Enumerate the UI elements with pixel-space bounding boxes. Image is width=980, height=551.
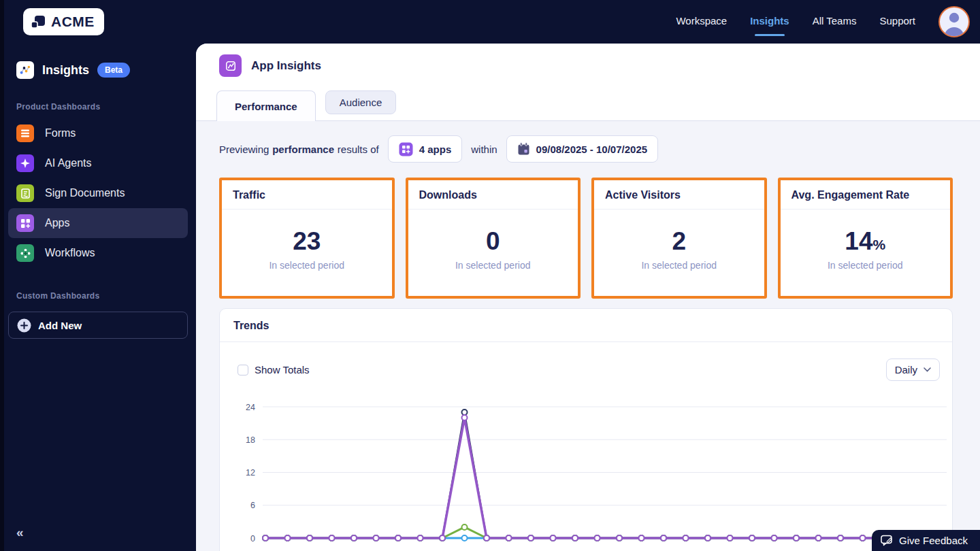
app-insights-icon (219, 54, 242, 77)
ai-agents-icon (16, 154, 34, 172)
beta-badge: Beta (97, 63, 130, 78)
metric-cards: Traffic 23 In selected period Downloads … (219, 178, 953, 299)
calendar-icon (517, 142, 530, 156)
main-content: App Insights Performance Audience Previe… (196, 44, 980, 551)
sidebar-item-ai-agents[interactable]: AI Agents (0, 148, 188, 178)
filter-connector: within (471, 144, 497, 155)
sidebar-item-label: Apps (45, 217, 69, 229)
workflows-icon (16, 244, 34, 262)
user-avatar[interactable] (938, 6, 970, 37)
metric-card-traffic: Traffic 23 In selected period (219, 178, 395, 299)
sidebar-collapse-button[interactable]: « (16, 525, 23, 540)
insights-app-icon (16, 61, 34, 79)
svg-text:0: 0 (250, 534, 255, 544)
sidebar: Insights Beta Product Dashboards Forms A… (0, 44, 196, 551)
acme-logo-mark-icon (30, 14, 46, 30)
svg-text:24: 24 (246, 403, 255, 412)
metric-title: Active Visitors (594, 180, 764, 210)
give-feedback-label: Give Feedback (899, 535, 968, 546)
show-totals-toggle[interactable]: Show Totals (238, 364, 310, 375)
sidebar-app-header: Insights Beta (0, 44, 196, 79)
svg-text:12: 12 (246, 468, 255, 478)
nav-support[interactable]: Support (879, 11, 915, 33)
custom-dashboards-label: Custom Dashboards (0, 268, 196, 307)
sidebar-item-label: Sign Documents (45, 187, 125, 199)
acme-logo[interactable]: ACME (23, 8, 104, 35)
filter-row: Previewing performance results of 4 apps… (219, 135, 953, 163)
trends-title: Trends (220, 309, 952, 342)
sidebar-app-title: Insights (42, 63, 89, 78)
sidebar-item-label: Workflows (45, 247, 95, 259)
metric-title: Downloads (408, 180, 578, 210)
sidebar-item-label: AI Agents (45, 157, 92, 169)
page-title: App Insights (251, 59, 321, 73)
main-header: App Insights Performance Audience (196, 44, 980, 121)
chevron-down-icon (924, 367, 931, 372)
give-feedback-button[interactable]: Give Feedback (872, 530, 980, 551)
metric-value: 14% (845, 229, 885, 254)
metric-card-downloads: Downloads 0 In selected period (406, 178, 581, 299)
metric-card-engagement-rate: Avg. Engagement Rate 14% In selected per… (778, 178, 953, 299)
sidebar-item-label: Forms (45, 127, 76, 139)
apps-grid-icon (399, 142, 413, 156)
metric-card-active-visitors: Active Visitors 2 In selected period (591, 178, 767, 299)
nav-workspace[interactable]: Workspace (676, 11, 727, 33)
metric-caption: In selected period (455, 260, 531, 271)
tab-bar: Performance Audience (216, 90, 396, 121)
apps-filter-button[interactable]: 4 apps (388, 135, 463, 163)
sign-documents-icon (16, 184, 34, 202)
metric-caption: In selected period (641, 260, 717, 271)
metric-value: 23 (293, 229, 321, 254)
topbar: ACME Workspace Insights All Teams Suppor… (0, 0, 980, 44)
trends-chart[interactable]: 06121824 (229, 395, 952, 551)
svg-text:6: 6 (250, 501, 255, 510)
interval-dropdown[interactable]: Daily (886, 358, 940, 381)
svg-text:18: 18 (246, 435, 255, 445)
show-totals-label: Show Totals (255, 364, 310, 375)
metric-title: Avg. Engagement Rate (781, 180, 951, 210)
date-range-button[interactable]: 09/08/2025 - 10/07/2025 (506, 135, 658, 163)
nav-all-teams[interactable]: All Teams (813, 11, 857, 33)
product-dashboards-label: Product Dashboards (0, 79, 196, 118)
add-new-button[interactable]: Add New (8, 312, 188, 339)
add-new-label: Add New (38, 320, 82, 331)
show-totals-checkbox[interactable] (238, 365, 248, 375)
person-icon (940, 7, 968, 36)
window-left-edge (0, 0, 4, 551)
metric-value: 0 (486, 229, 500, 254)
acme-logo-text: ACME (51, 14, 95, 30)
forms-icon (16, 124, 34, 142)
metric-unit: % (872, 237, 885, 252)
apps-icon (16, 214, 34, 232)
top-nav: Workspace Insights All Teams Support (676, 6, 970, 37)
plus-circle-icon (17, 318, 31, 333)
sidebar-item-workflows[interactable]: Workflows (0, 238, 188, 268)
feedback-chat-edit-icon (881, 535, 893, 546)
line-chart[interactable]: 06121824 (229, 395, 951, 551)
nav-insights[interactable]: Insights (750, 11, 789, 33)
metric-caption: In selected period (828, 260, 903, 271)
metric-title: Traffic (222, 180, 392, 210)
tab-performance[interactable]: Performance (216, 90, 316, 121)
sidebar-item-sign-documents[interactable]: Sign Documents (0, 178, 188, 208)
sidebar-item-apps[interactable]: Apps (8, 208, 188, 238)
sidebar-item-forms[interactable]: Forms (0, 118, 188, 148)
tab-audience[interactable]: Audience (325, 90, 397, 114)
metric-value: 2 (672, 229, 686, 254)
trends-panel: Trends Show Totals Daily 06121824 (219, 308, 953, 551)
metric-caption: In selected period (269, 260, 344, 271)
filter-sentence: Previewing performance results of (219, 144, 379, 155)
